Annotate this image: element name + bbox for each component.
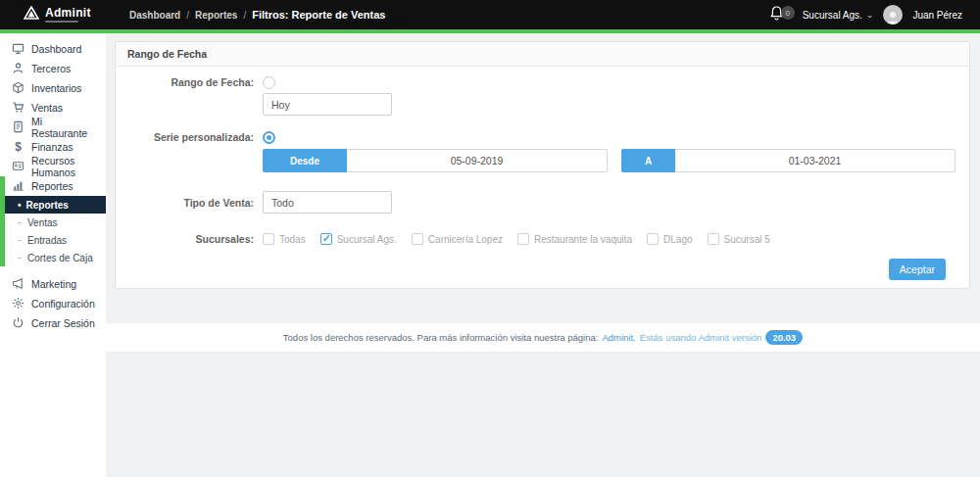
checkbox-sucursal-ags[interactable]: Sucursal Ags. (320, 233, 397, 245)
sidebar: Dashboard Terceros Inventarios Ventas Mi… (0, 33, 106, 477)
sidebar-item-terceros[interactable]: Terceros (0, 59, 106, 78)
gear-icon (12, 297, 24, 311)
tipo-de-venta-input[interactable] (263, 191, 392, 214)
footer: Todos los derechos reservados. Para más … (106, 322, 980, 353)
main-content: Rango de Fecha Rango de Fecha: Serie per… (106, 33, 980, 477)
sidebar-group-reportes: Reportes • Reportes Ventas Entradas Cort… (0, 176, 106, 266)
sucursales-label: Sucursales: (116, 233, 263, 245)
version-badge: 20.03 (765, 330, 803, 345)
breadcrumb-dashboard[interactable]: Dashboard (129, 10, 180, 21)
cart-icon (12, 101, 24, 116)
breadcrumb-separator: / (243, 10, 246, 21)
sidebar-item-finanzas[interactable]: $ Finanzas (0, 137, 106, 157)
branch-selector[interactable]: Sucursal Ags. ⌄ (803, 10, 874, 21)
footer-adminit-link[interactable]: Adminit. (602, 332, 635, 343)
checkbox-dlago[interactable]: DLago (647, 233, 692, 245)
navbar-right: 0 Sucursal Ags. ⌄ Juan Pérez (769, 5, 980, 24)
filters-panel: Rango de Fecha Rango de Fecha: Serie per… (115, 41, 970, 289)
sidebar-item-ventas[interactable]: Ventas (0, 98, 106, 118)
checkbox-box (320, 233, 332, 245)
avatar[interactable] (883, 5, 903, 24)
serie-personalizada-radio[interactable] (263, 131, 275, 144)
serie-personalizada-label: Serie personalizada: (116, 131, 263, 143)
breadcrumb-reportes[interactable]: Reportes (195, 10, 237, 21)
sidebar-item-mi-restaurante[interactable]: Mi Restaurante (0, 118, 106, 137)
panel-title: Rango de Fecha (116, 42, 969, 67)
user-name: Juan Pérez (912, 10, 962, 21)
checkbox-box (263, 233, 274, 245)
tipo-de-venta-label: Tipo de Venta: (116, 197, 263, 209)
checkbox-carniceria-lopez[interactable]: Carnicería Lopez (412, 233, 503, 245)
a-button[interactable]: A (621, 149, 675, 172)
checkbox-sucursal-5[interactable]: Sucursal 5 (708, 233, 770, 245)
hasta-date-input[interactable] (675, 149, 956, 172)
logo-tagline (45, 21, 78, 23)
notifications-button[interactable]: 0 (769, 5, 793, 24)
checkbox-box (708, 233, 719, 245)
sidebar-item-recursos-humanos[interactable]: Recursos Humanos (0, 157, 106, 176)
app-logo[interactable]: Adminit (0, 6, 116, 24)
sidebar-item-inventarios[interactable]: Inventarios (0, 78, 106, 98)
rango-de-fecha-input[interactable] (263, 93, 392, 116)
rango-de-fecha-label: Rango de Fecha: (116, 76, 263, 88)
logo-text: Adminit (45, 8, 91, 19)
chevron-down-icon: ⌄ (866, 10, 874, 20)
accept-button[interactable]: Aceptar (889, 259, 946, 280)
footer-version-text: Estás usando Adminit versión (640, 332, 762, 343)
sidebar-item-dashboard[interactable]: Dashboard (0, 39, 106, 59)
menu-book-icon (12, 120, 24, 135)
breadcrumb-current: Filtros: Reporte de Ventas (252, 9, 385, 21)
hasta-date-group: A (621, 149, 956, 172)
breadcrumb-separator: / (186, 10, 189, 21)
checkbox-box (647, 233, 659, 245)
bullet-icon: • (18, 200, 22, 211)
power-icon (12, 316, 24, 331)
desde-date-group: Desde (263, 149, 608, 172)
sidebar-subitem-cortes-de-caja[interactable]: Cortes de Caja (5, 249, 106, 266)
id-card-icon (12, 160, 24, 174)
checkbox-todas[interactable]: Todas (263, 233, 306, 245)
sidebar-item-marketing[interactable]: Marketing (0, 274, 106, 294)
desde-date-input[interactable] (347, 149, 608, 172)
sidebar-subitem-ventas[interactable]: Ventas (5, 214, 106, 231)
checkbox-box (517, 233, 529, 245)
sidebar-subitem-reportes[interactable]: • Reportes (5, 196, 106, 214)
sidebar-item-reportes[interactable]: Reportes (5, 176, 106, 196)
bar-chart-icon (12, 179, 24, 194)
breadcrumb: Dashboard / Reportes / Filtros: Reporte … (129, 9, 385, 21)
notifications-count-badge: 0 (781, 6, 795, 20)
top-navbar: Adminit Dashboard / Reportes / Filtros: … (0, 0, 980, 29)
footer-text: Todos los derechos reservados. Para más … (283, 332, 599, 343)
checkbox-box (412, 233, 423, 245)
sucursales-checkbox-group: Todas Sucursal Ags. Carnicería Lopez Res… (263, 233, 770, 245)
package-icon (12, 81, 24, 96)
rango-de-fecha-radio[interactable] (263, 76, 275, 89)
megaphone-icon (12, 277, 24, 292)
user-icon (12, 62, 24, 76)
desde-button[interactable]: Desde (263, 149, 347, 172)
logo-triangle-icon (24, 6, 39, 24)
checkbox-restaurante-la-vaquita[interactable]: Restaurante la vaquita (517, 233, 632, 245)
sidebar-subitem-entradas[interactable]: Entradas (5, 231, 106, 249)
sidebar-item-cerrar-sesion[interactable]: Cerrar Sesión (0, 313, 106, 333)
monitor-icon (12, 42, 24, 57)
sidebar-item-configuracion[interactable]: Configuración (0, 294, 106, 313)
dollar-icon: $ (12, 140, 24, 154)
